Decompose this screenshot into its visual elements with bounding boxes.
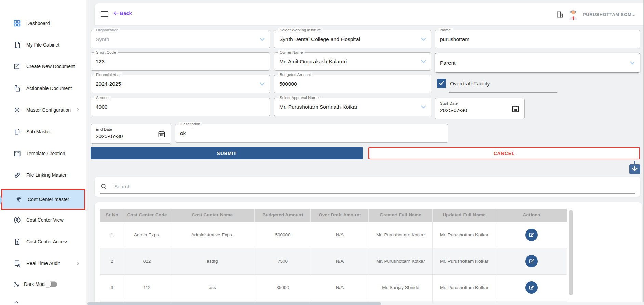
cancel-button[interactable]: CANCEL: [368, 147, 640, 159]
name-field[interactable]: Name purushottam: [435, 30, 640, 48]
overdraft-label: Overdraft Facility: [450, 81, 490, 87]
financial-year-select[interactable]: Financial Year 2024-2025: [91, 75, 270, 93]
calendar-icon[interactable]: [158, 130, 166, 138]
search-icon: [100, 183, 107, 190]
budgeted-amount-field[interactable]: Budgeted Amount 500000: [274, 75, 431, 93]
back-button[interactable]: Back: [113, 10, 132, 16]
overdraft-underline: [449, 92, 557, 93]
sidebar-item-my-file-cabinet[interactable]: DOC My File Cabinet: [0, 38, 86, 52]
col-actions: Actions: [496, 209, 567, 222]
parent-select[interactable]: Parent: [435, 53, 640, 73]
user-name: PURUSHOTTAM SOM...: [583, 12, 636, 17]
chevron-down-icon: [420, 59, 427, 64]
scrollbar-thumb[interactable]: [87, 302, 381, 305]
template-icon: [13, 149, 21, 158]
rupee-document-icon: [13, 238, 21, 246]
edit-button[interactable]: [525, 281, 538, 294]
chevron-right-icon: [76, 261, 80, 266]
sidebar-item-cost-center-master[interactable]: Cost Center master: [1, 189, 85, 210]
col-created-full-name: Created Full Name: [369, 209, 432, 222]
chevron-right-icon: [76, 108, 80, 112]
table-row: 2 022 asdfg 7500 N/A Mr. Purushottam Kot…: [100, 248, 567, 274]
sidebar-item-cost-center-access[interactable]: Cost Center Access: [0, 235, 86, 249]
back-label: Back: [120, 11, 132, 16]
search-input[interactable]: Search: [100, 180, 635, 194]
paperclip-document-icon: [13, 84, 21, 92]
edit-square-icon: [13, 62, 21, 70]
hamburger-menu-icon[interactable]: [101, 11, 108, 17]
table-row: 3 112 ass 35000 N/A Mr. Sanjay Shinde Mr…: [100, 274, 567, 301]
link-icon: [13, 171, 21, 179]
pages-icon: [13, 128, 21, 136]
svg-text:DOC: DOC: [13, 45, 18, 48]
sidebar-item-create-new-document[interactable]: Create New Document: [0, 59, 86, 73]
col-cost-center-name: Cost Center Name: [170, 209, 255, 222]
chevron-down-icon: [420, 37, 427, 42]
doc-file-icon: DOC: [13, 41, 21, 49]
sidebar-item-sub-master[interactable]: Sub Master: [0, 125, 86, 138]
chevron-down-icon: [259, 82, 266, 87]
user-avatar: [568, 9, 578, 20]
description-field[interactable]: Description ok: [175, 124, 448, 143]
toggle-knob: [44, 281, 51, 288]
calendar-icon[interactable]: [511, 105, 520, 113]
sidebar-item-file-linking-master[interactable]: File Linking Master: [0, 168, 86, 182]
overdraft-facility-group: Overdraft Facility: [437, 78, 574, 94]
organization-building-icon: [556, 11, 564, 18]
sidebar: Dashboard DOC My File Cabinet Create New…: [0, 0, 86, 305]
gear-icon: [13, 106, 21, 114]
back-arrow-icon: [113, 10, 119, 16]
sidebar-item-dashboard[interactable]: Dashboard: [0, 16, 86, 30]
start-date-field[interactable]: Start Date 2025-07-30: [435, 98, 525, 119]
topbar: Back PURUSHOTTAM SOM...: [95, 3, 644, 25]
sidebar-item-template-creation[interactable]: Template Creation: [0, 147, 86, 160]
dark-mode-toggle[interactable]: [45, 282, 57, 287]
chevron-down-icon: [259, 37, 266, 42]
end-date-field[interactable]: End Date 2025-07-30: [91, 124, 171, 144]
cost-center-table: Sr No Cost Center Code Cost Center Name …: [100, 209, 567, 305]
dashboard-grid-icon: [13, 19, 21, 27]
sidebar-item-real-time-audit[interactable]: Real Time Audit: [0, 256, 86, 270]
table-header-row: Sr No Cost Center Code Cost Center Name …: [100, 209, 567, 222]
chevron-down-icon: [420, 105, 427, 109]
col-updated-full-name: Updated Full Name: [432, 209, 496, 222]
moon-icon: [12, 280, 21, 288]
working-institute-select[interactable]: Select Working Institute Synth Dental Co…: [274, 30, 431, 48]
col-over-draft-amount: Over Draft Amount: [311, 209, 369, 222]
user-cluster[interactable]: PURUSHOTTAM SOM...: [556, 8, 636, 21]
download-icon[interactable]: [629, 161, 641, 175]
cost-center-table-card: Sr No Cost Center Code Cost Center Name …: [95, 202, 642, 305]
sidebar-item-master-configuration[interactable]: Master Configuration: [0, 103, 86, 117]
table-vertical-scrollbar[interactable]: [569, 210, 573, 295]
col-cost-center-code: Cost Center Code: [124, 209, 170, 222]
sidebar-item-cost-center-view[interactable]: Cost Center View: [0, 213, 86, 227]
chevron-down-icon: [629, 61, 636, 65]
partial-icon: [13, 300, 20, 303]
approval-name-select[interactable]: Select Approval Name Mr. Purushottam Som…: [274, 98, 431, 116]
table-row: 1 Admin Exps. Administrative Exps. 50000…: [100, 222, 567, 248]
sidebar-item-actionable-document[interactable]: Actionable Document: [0, 81, 86, 95]
rupee-circle-icon: [13, 216, 21, 224]
amount-field[interactable]: Amount 4000: [91, 98, 270, 116]
overdraft-checkbox[interactable]: [437, 79, 446, 88]
search-card: Search: [95, 177, 640, 197]
horizontal-scrollbar[interactable]: [86, 302, 644, 305]
submit-button[interactable]: SUBMIT: [91, 147, 363, 159]
sidebar-divider: [86, 0, 90, 305]
col-budgeted-amount: Budgeted Amount: [255, 209, 311, 222]
app-window: Dashboard DOC My File Cabinet Create New…: [0, 0, 644, 305]
search-placeholder: Search: [114, 184, 131, 189]
audit-person-icon: [13, 259, 21, 267]
owner-name-select[interactable]: Owner Name Mr. Amit Omprakash Kalantri: [274, 52, 431, 71]
short-code-field[interactable]: Short Code 123: [91, 52, 270, 71]
edit-button[interactable]: [525, 229, 538, 241]
organization-select[interactable]: Organization Synth: [91, 30, 270, 48]
sidebar-item-dark-mode: Dark Mode: [0, 277, 86, 291]
edit-button[interactable]: [525, 255, 538, 267]
rupee-icon: [14, 195, 23, 203]
col-sr-no: Sr No: [100, 209, 124, 222]
